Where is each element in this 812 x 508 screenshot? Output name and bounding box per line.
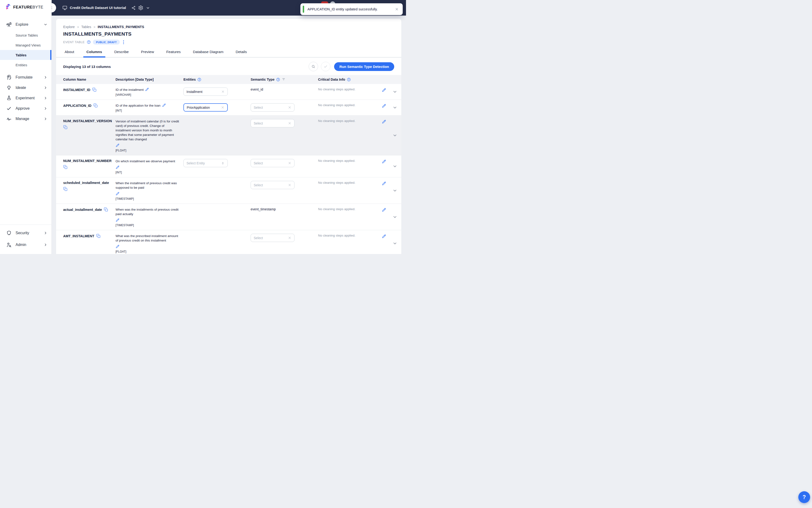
- edit-icon[interactable]: [382, 208, 386, 212]
- column-name: scheduled_installment_date: [63, 181, 109, 185]
- copy-icon[interactable]: [96, 234, 101, 238]
- clear-icon[interactable]: [288, 122, 291, 125]
- copy-icon[interactable]: [63, 125, 68, 129]
- share-icon[interactable]: [131, 6, 136, 10]
- help-icon[interactable]: [197, 78, 201, 82]
- chevron-down-icon[interactable]: [392, 164, 398, 169]
- column-description: ID of the application for the loan: [116, 103, 180, 108]
- semantic-type-value: event_id: [251, 87, 263, 91]
- critical-data-info-cell: No cleaning steps applied.: [318, 116, 376, 155]
- chevron-down-icon[interactable]: [146, 6, 150, 10]
- copy-icon[interactable]: [92, 87, 97, 92]
- data-type: [TIMESTAMP]: [116, 197, 180, 201]
- sidebar-item-ideate[interactable]: Ideate: [0, 83, 51, 93]
- clear-icon[interactable]: [221, 105, 224, 109]
- sidebar-item-managed-views[interactable]: Managed Views: [0, 40, 51, 50]
- sidebar-item-label: Approve: [15, 107, 43, 111]
- sidebar-item-security[interactable]: Security: [0, 227, 51, 239]
- breadcrumb-tables[interactable]: Tables: [81, 25, 91, 29]
- sidebar-item-entities[interactable]: Entities: [0, 60, 51, 70]
- tab-about[interactable]: About: [63, 50, 76, 57]
- chevron-down-icon[interactable]: [392, 133, 398, 138]
- column-name-cell: AMT_INSTALMENT: [63, 230, 116, 254]
- column-name-cell: APPLICATION_ID: [63, 100, 116, 115]
- tab-details[interactable]: Details: [234, 50, 248, 57]
- breadcrumb-separator: >: [77, 25, 79, 29]
- edit-description-icon[interactable]: [116, 165, 120, 169]
- edit-icon[interactable]: [382, 104, 386, 108]
- copy-icon[interactable]: [93, 103, 98, 108]
- critical-data-info-cell: No cleaning steps applied.: [318, 177, 376, 204]
- clear-icon[interactable]: [288, 105, 291, 109]
- edit-description-icon[interactable]: [116, 192, 120, 196]
- edit-icon[interactable]: [382, 181, 386, 186]
- tab-describe[interactable]: Describe: [113, 50, 130, 57]
- edit-description-icon[interactable]: [116, 245, 120, 249]
- run-semantic-type-detection-button[interactable]: Run Semantic Type Detection: [334, 62, 394, 71]
- close-icon[interactable]: [395, 7, 399, 11]
- column-name: NUM_INSTALMENT_NUMBER: [63, 159, 111, 163]
- semantic-type-select[interactable]: Select: [251, 181, 295, 189]
- copy-icon[interactable]: [63, 187, 68, 191]
- data-type: [INT]: [116, 109, 180, 112]
- chevron-down-icon[interactable]: [392, 188, 398, 193]
- help-icon[interactable]: [276, 78, 280, 82]
- edit-description-icon[interactable]: [162, 103, 166, 107]
- row-actions-cell: [376, 116, 401, 155]
- sidebar-item-manage[interactable]: Manage: [0, 114, 51, 124]
- semantic-type-cell: Select: [251, 156, 318, 177]
- chevron-down-icon[interactable]: [392, 214, 398, 220]
- edit-icon[interactable]: [382, 234, 386, 239]
- kebab-menu-icon[interactable]: [122, 40, 125, 45]
- edit-icon[interactable]: [382, 120, 386, 124]
- tab-columns[interactable]: Columns: [85, 50, 103, 57]
- data-type: [INT]: [116, 171, 180, 174]
- gear-icon[interactable]: [138, 5, 143, 10]
- breadcrumb-explore[interactable]: Explore: [63, 25, 75, 29]
- sidebar-item-admin[interactable]: Admin: [0, 239, 51, 251]
- sidebar-item-formulate[interactable]: Formulate: [0, 72, 51, 83]
- copy-icon[interactable]: [104, 207, 108, 212]
- semantic-select-placeholder: Select: [254, 122, 288, 125]
- tab-database-diagram[interactable]: Database Diagram: [191, 50, 225, 57]
- edit-description-icon[interactable]: [116, 143, 120, 147]
- edit-icon[interactable]: [382, 88, 386, 92]
- monitor-icon: [62, 5, 67, 10]
- edit-description-icon[interactable]: [145, 87, 149, 91]
- filter-icon[interactable]: [282, 78, 285, 81]
- clear-icon[interactable]: [288, 236, 291, 240]
- semantic-type-select[interactable]: Select: [251, 234, 295, 242]
- semantic-type-select[interactable]: Select: [251, 119, 295, 127]
- entity-chip[interactable]: Installment: [183, 87, 228, 96]
- help-icon[interactable]: [347, 78, 351, 82]
- sidebar-item-source-tables[interactable]: Source Tables: [0, 30, 51, 40]
- column-name: AMT_INSTALMENT: [63, 234, 94, 238]
- cleaning-status: No cleaning steps applied.: [318, 181, 355, 184]
- column-name-cell: actual_installment_date: [63, 204, 116, 230]
- clear-icon[interactable]: [288, 183, 291, 187]
- column-name: APPLICATION_ID: [63, 104, 91, 108]
- entity-select[interactable]: Select Entity: [183, 159, 228, 167]
- select-all-button[interactable]: [321, 62, 330, 71]
- sidebar-item-tables[interactable]: Tables: [0, 50, 51, 60]
- tab-features[interactable]: Features: [165, 50, 182, 57]
- sidebar-item-explore[interactable]: Explore: [0, 19, 51, 30]
- tab-preview[interactable]: Preview: [140, 50, 155, 57]
- edit-icon[interactable]: [382, 160, 386, 164]
- clear-icon[interactable]: [221, 90, 225, 93]
- chevron-down-icon[interactable]: [392, 89, 398, 94]
- edit-description-icon[interactable]: [116, 218, 120, 222]
- sidebar-item-experiment[interactable]: Experiment: [0, 93, 51, 103]
- column-name-cell: NUM_INSTALMENT_VERSION: [63, 116, 116, 155]
- chevron-down-icon[interactable]: [392, 105, 398, 110]
- semantic-type-select[interactable]: Select: [251, 103, 295, 112]
- clear-icon[interactable]: [288, 161, 291, 165]
- sidebar-item-approve[interactable]: Approve: [0, 103, 51, 114]
- help-icon[interactable]: [87, 40, 91, 44]
- entity-chip[interactable]: PriorApplication: [183, 103, 228, 112]
- semantic-type-select[interactable]: Select: [251, 159, 295, 167]
- search-button[interactable]: [309, 62, 318, 71]
- copy-icon[interactable]: [63, 165, 68, 169]
- chevron-down-icon[interactable]: [392, 241, 398, 246]
- project-title[interactable]: Credit Default Dataset UI tutorial: [70, 6, 126, 10]
